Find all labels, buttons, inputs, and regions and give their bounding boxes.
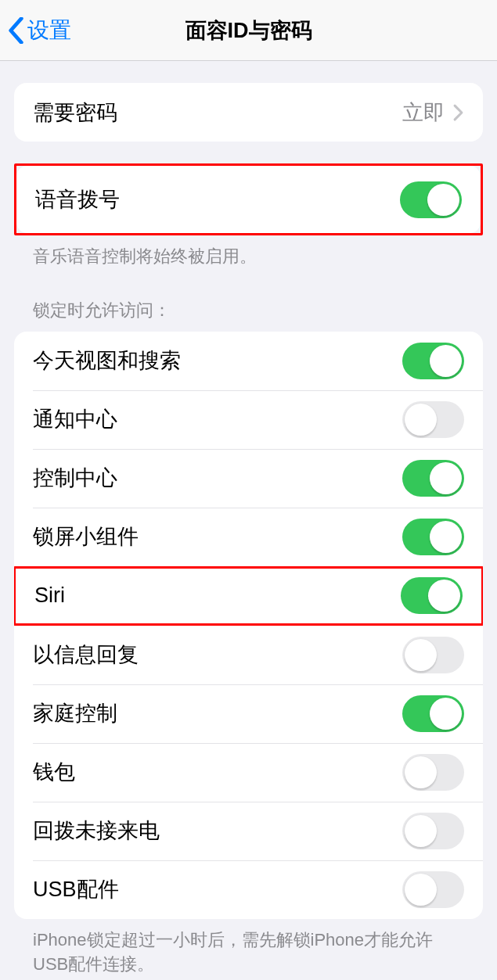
siri-toggle[interactable]	[401, 577, 463, 614]
siri-label: Siri	[34, 583, 65, 608]
voice-dial-toggle[interactable]	[400, 181, 462, 218]
lock-screen-widgets-row[interactable]: 锁屏小组件	[14, 508, 483, 566]
notification-center-toggle[interactable]	[402, 401, 464, 438]
nav-bar: 设置 面容ID与密码	[0, 0, 497, 61]
voice-dial-footer: 音乐语音控制将始终被启用。	[14, 235, 483, 269]
home-control-toggle[interactable]	[402, 695, 464, 732]
control-center-label: 控制中心	[33, 464, 117, 492]
home-control-row[interactable]: 家庭控制	[14, 684, 483, 743]
voice-dial-label: 语音拨号	[35, 185, 120, 214]
usb-accessories-label: USB配件	[33, 875, 119, 903]
reply-with-message-label: 以信息回复	[33, 641, 139, 669]
voice-dial-group: 语音拨号	[16, 166, 481, 233]
page-title: 面容ID与密码	[185, 16, 312, 45]
wallet-toggle[interactable]	[402, 754, 464, 791]
today-view-label: 今天视图和搜索	[33, 346, 181, 375]
require-passcode-row[interactable]: 需要密码 立即	[14, 83, 483, 142]
lock-access-header: 锁定时允许访问：	[14, 299, 483, 322]
require-passcode-value: 立即	[402, 99, 445, 127]
back-label: 设置	[27, 16, 71, 45]
return-missed-calls-toggle[interactable]	[402, 813, 464, 849]
usb-accessories-toggle[interactable]	[402, 871, 464, 908]
lock-access-footer: iPhone锁定超过一小时后，需先解锁iPhone才能允许USB配件连接。	[14, 919, 483, 977]
lock-access-group: 今天视图和搜索 通知中心 控制中心 锁屏小组件 Siri 以信息回复 家庭控制	[14, 332, 483, 919]
highlight-siri: Siri	[14, 566, 483, 626]
return-missed-calls-row[interactable]: 回拨未接来电	[14, 802, 483, 860]
highlight-voice-dial: 语音拨号	[14, 163, 483, 235]
control-center-toggle[interactable]	[402, 460, 464, 497]
today-view-toggle[interactable]	[402, 343, 464, 379]
wallet-label: 钱包	[33, 758, 75, 786]
home-control-label: 家庭控制	[33, 699, 117, 727]
notification-center-label: 通知中心	[33, 405, 117, 433]
control-center-row[interactable]: 控制中心	[14, 449, 483, 508]
siri-row[interactable]: Siri	[16, 569, 481, 623]
wallet-row[interactable]: 钱包	[14, 743, 483, 802]
chevron-right-icon	[452, 104, 464, 121]
reply-with-message-row[interactable]: 以信息回复	[14, 626, 483, 684]
lock-screen-widgets-label: 锁屏小组件	[33, 522, 139, 551]
back-button[interactable]: 设置	[8, 16, 71, 45]
notification-center-row[interactable]: 通知中心	[14, 390, 483, 449]
lock-screen-widgets-toggle[interactable]	[402, 519, 464, 555]
usb-accessories-row[interactable]: USB配件	[14, 860, 483, 919]
return-missed-calls-label: 回拨未接来电	[33, 817, 160, 845]
require-passcode-label: 需要密码	[33, 99, 117, 127]
chevron-left-icon	[8, 17, 24, 44]
passcode-group: 需要密码 立即	[14, 83, 483, 142]
reply-with-message-toggle[interactable]	[402, 637, 464, 673]
voice-dial-row[interactable]: 语音拨号	[16, 166, 481, 233]
today-view-row[interactable]: 今天视图和搜索	[14, 332, 483, 390]
